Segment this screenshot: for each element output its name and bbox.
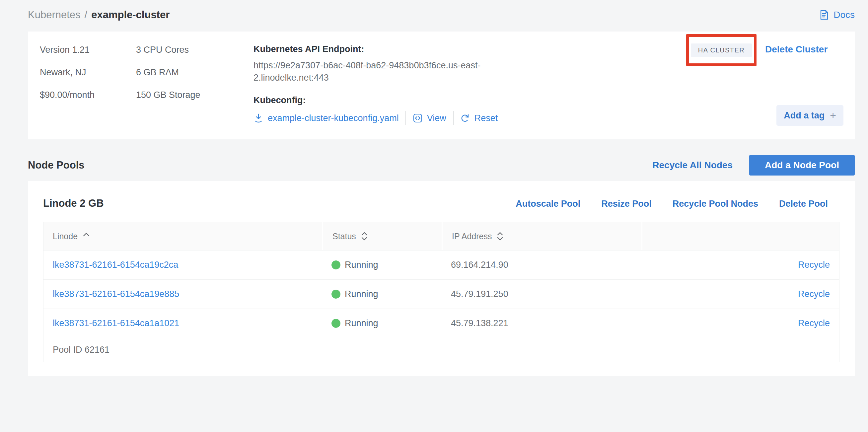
api-endpoint-block: Kubernetes API Endpoint: https://9e2a730… (253, 43, 501, 125)
node-link[interactable]: lke38731-62161-6154ca19c2ca (53, 260, 178, 270)
column-header-status[interactable]: Status (322, 222, 442, 250)
resize-pool-button[interactable]: Resize Pool (601, 199, 652, 209)
cluster-specs-column-1: Version 1.21 Newark, NJ $90.00/month (40, 45, 95, 113)
breadcrumb-separator: / (85, 9, 88, 21)
node-ip: 45.79.138.221 (442, 318, 641, 329)
sort-ascending-icon (82, 232, 90, 237)
docs-label: Docs (834, 10, 855, 20)
table-row: lke38731-62161-6154ca1a1021 Running 45.7… (43, 309, 839, 338)
table-row: lke38731-62161-6154ca19e885 Running 45.7… (43, 279, 839, 309)
top-bar: Kubernetes / example-cluster Docs (28, 5, 855, 25)
column-header-actions (641, 222, 839, 250)
node-status: Running (322, 260, 442, 270)
api-endpoint-url: https://9e2a7307-b6ac-408f-ba62-9483b0b3… (253, 59, 501, 84)
column-header-ip-address[interactable]: IP Address (442, 222, 641, 250)
node-link[interactable]: lke38731-62161-6154ca19e885 (53, 289, 179, 299)
cluster-summary-card: Version 1.21 Newark, NJ $90.00/month 3 C… (28, 32, 855, 140)
view-label: View (427, 113, 446, 123)
recycle-node-button[interactable]: Recycle (798, 289, 830, 299)
divider (405, 111, 406, 125)
reset-icon (460, 113, 470, 123)
add-node-pool-button[interactable]: Add a Node Pool (749, 155, 855, 176)
cluster-version: Version 1.21 (40, 45, 95, 67)
node-ip: 45.79.191.250 (442, 289, 641, 299)
delete-pool-button[interactable]: Delete Pool (779, 199, 828, 209)
cluster-price: $90.00/month (40, 90, 95, 113)
node-pools-title: Node Pools (28, 159, 85, 171)
node-link[interactable]: lke38731-62161-6154ca1a1021 (53, 318, 179, 329)
status-running-dot (332, 290, 340, 299)
recycle-all-nodes-button[interactable]: Recycle All Nodes (652, 160, 733, 171)
node-status: Running (322, 289, 442, 299)
cluster-cpu: 3 CPU Cores (136, 45, 200, 67)
add-tag-button[interactable]: Add a tag + (776, 105, 843, 126)
delete-cluster-button[interactable]: Delete Cluster (765, 44, 828, 55)
add-tag-label: Add a tag (784, 111, 825, 121)
column-label: Status (333, 232, 356, 241)
status-running-dot (332, 319, 340, 328)
cluster-region: Newark, NJ (40, 67, 95, 90)
kubeconfig-actions-row: example-cluster-kubeconfig.yaml View (253, 111, 501, 125)
sort-both-icon (361, 231, 368, 242)
column-header-linode[interactable]: Linode (43, 222, 322, 250)
kubeconfig-reset-link[interactable]: Reset (460, 113, 498, 123)
node-ip: 69.164.214.90 (442, 260, 641, 270)
ha-cluster-chip: HA CLUSTER (691, 43, 752, 57)
cluster-ram: 6 GB RAM (136, 67, 200, 90)
kubeconfig-label: Kubeconfig: (253, 95, 501, 106)
recycle-node-button[interactable]: Recycle (798, 260, 830, 270)
table-row: lke38731-62161-6154ca19c2ca Running 69.1… (43, 250, 839, 279)
node-pool-card: Linode 2 GB Autoscale Pool Resize Pool R… (28, 181, 855, 376)
sort-both-icon (496, 231, 504, 242)
status-running-dot (332, 260, 340, 270)
nodes-table: Linode Status IP Address lke38731-62161-… (43, 222, 839, 362)
kubeconfig-download-link[interactable]: example-cluster-kubeconfig.yaml (253, 113, 399, 123)
cluster-storage: 150 GB Storage (136, 90, 200, 113)
node-pools-header: Node Pools Recycle All Nodes Add a Node … (28, 155, 855, 176)
docs-icon (819, 10, 830, 20)
recycle-node-button[interactable]: Recycle (798, 318, 830, 329)
docs-link[interactable]: Docs (819, 10, 855, 20)
reset-label: Reset (474, 113, 498, 123)
status-label: Running (345, 289, 378, 299)
api-endpoint-label: Kubernetes API Endpoint: (253, 43, 501, 55)
node-status: Running (322, 318, 442, 329)
kubeconfig-view-link[interactable]: View (413, 113, 446, 123)
kubeconfig-file-name: example-cluster-kubeconfig.yaml (268, 113, 399, 123)
breadcrumb: Kubernetes / example-cluster (28, 9, 169, 21)
table-header-row: Linode Status IP Address (43, 222, 839, 250)
cluster-specs-column-2: 3 CPU Cores 6 GB RAM 150 GB Storage (136, 45, 200, 113)
pool-header: Linode 2 GB Autoscale Pool Resize Pool R… (28, 181, 855, 209)
column-label: Linode (53, 232, 78, 241)
recycle-pool-nodes-button[interactable]: Recycle Pool Nodes (673, 199, 758, 209)
pool-name: Linode 2 GB (43, 197, 104, 209)
divider (453, 111, 454, 125)
column-label: IP Address (452, 232, 492, 241)
breadcrumb-kubernetes-link[interactable]: Kubernetes (28, 9, 81, 21)
download-icon (253, 113, 264, 123)
status-label: Running (345, 318, 378, 329)
autoscale-pool-button[interactable]: Autoscale Pool (516, 199, 580, 209)
status-label: Running (345, 260, 378, 270)
code-view-icon (413, 113, 423, 123)
plus-icon: + (830, 110, 836, 121)
pool-id-footer: Pool ID 62161 (43, 338, 839, 362)
annotation-highlight-box: HA CLUSTER (686, 34, 756, 66)
breadcrumb-cluster-name: example-cluster (91, 9, 169, 21)
